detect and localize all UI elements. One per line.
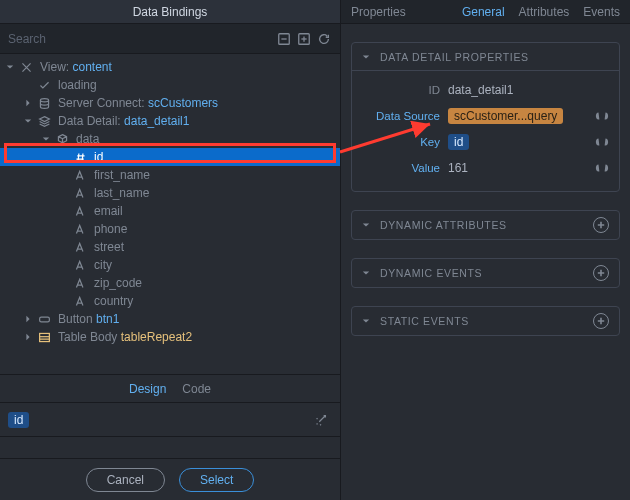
layers-icon: [36, 113, 52, 129]
refresh-icon[interactable]: [314, 29, 334, 49]
code-tab[interactable]: Code: [182, 382, 211, 396]
tree-item-button[interactable]: Button btn1: [0, 310, 340, 328]
section-header[interactable]: DYNAMIC EVENTS: [352, 259, 619, 287]
id-value[interactable]: data_detail1: [448, 83, 611, 97]
design-tab[interactable]: Design: [129, 382, 166, 396]
properties-title: Properties: [351, 5, 406, 19]
properties-panel: Properties General Attributes Events DAT…: [341, 0, 630, 500]
tree-item-field-city[interactable]: city: [0, 256, 340, 274]
section-dynamic-attributes: DYNAMIC ATTRIBUTES: [351, 210, 620, 240]
section-title: DATA DETAIL PROPERTIES: [380, 51, 529, 63]
cancel-button[interactable]: Cancel: [86, 468, 165, 492]
add-icon[interactable]: [593, 217, 609, 233]
tree-item-field-zip-code[interactable]: zip_code: [0, 274, 340, 292]
section-data-detail-properties: DATA DETAIL PROPERTIES ID data_detail1 D…: [351, 42, 620, 192]
bind-icon[interactable]: [593, 109, 611, 123]
tab-events[interactable]: Events: [583, 5, 620, 19]
value-chip[interactable]: id: [8, 412, 29, 428]
text-icon: [72, 203, 88, 219]
section-dynamic-events: DYNAMIC EVENTS: [351, 258, 620, 288]
tree-item-field-email[interactable]: email: [0, 202, 340, 220]
section-header[interactable]: STATIC EVENTS: [352, 307, 619, 335]
tree-item-data-detail[interactable]: Data Detail: data_detail1: [0, 112, 340, 130]
text-icon: [72, 185, 88, 201]
text-icon: [72, 221, 88, 237]
cube-icon: [54, 131, 70, 147]
key-value[interactable]: id: [448, 134, 585, 150]
text-icon: [72, 293, 88, 309]
tree-item-field-street[interactable]: street: [0, 238, 340, 256]
tree-item-field-country[interactable]: country: [0, 292, 340, 310]
section-header[interactable]: DATA DETAIL PROPERTIES: [352, 43, 619, 71]
tree-item-field-phone[interactable]: phone: [0, 220, 340, 238]
tree-item-field-id[interactable]: id: [0, 148, 340, 166]
tree-item-field-first-name[interactable]: first_name: [0, 166, 340, 184]
hash-icon: [72, 149, 88, 165]
data-source-value[interactable]: scCustomer...query: [448, 108, 585, 124]
section-header[interactable]: DYNAMIC ATTRIBUTES: [352, 211, 619, 239]
search-input[interactable]: [6, 31, 274, 47]
spacer: [0, 436, 340, 458]
add-icon[interactable]: [593, 313, 609, 329]
button-icon: [36, 311, 52, 327]
svg-point-5: [40, 98, 48, 101]
tree-item-loading[interactable]: loading: [0, 76, 340, 94]
search-bar: [0, 24, 340, 54]
section-title: DYNAMIC EVENTS: [380, 267, 482, 279]
svg-rect-6: [39, 317, 49, 322]
bind-icon[interactable]: [593, 135, 611, 149]
properties-tabs: General Attributes Events: [462, 5, 620, 19]
text-icon: [72, 275, 88, 291]
tree-item-view[interactable]: View: content: [0, 58, 340, 76]
section-static-events: STATIC EVENTS: [351, 306, 620, 336]
prop-value: Value 161: [360, 155, 611, 181]
prop-data-source: Data Source scCustomer...query: [360, 103, 611, 129]
data-bindings-panel: Data Bindings View: content loading Serv…: [0, 0, 341, 500]
svg-rect-7: [39, 333, 49, 341]
close-x-icon: [18, 59, 34, 75]
tree-item-table-body[interactable]: Table Body tableRepeat2: [0, 328, 340, 346]
tree-item-field-last-name[interactable]: last_name: [0, 184, 340, 202]
expand-icon[interactable]: [294, 29, 314, 49]
design-code-switch: Design Code: [0, 374, 340, 402]
database-icon: [36, 95, 52, 111]
bind-icon[interactable]: [593, 161, 611, 175]
check-icon: [36, 77, 52, 93]
table-icon: [36, 329, 52, 345]
tab-general[interactable]: General: [462, 5, 505, 19]
select-button[interactable]: Select: [179, 468, 254, 492]
section-title: DYNAMIC ATTRIBUTES: [380, 219, 507, 231]
prop-id: ID data_detail1: [360, 77, 611, 103]
tab-attributes[interactable]: Attributes: [519, 5, 570, 19]
magic-wand-icon[interactable]: [310, 409, 332, 431]
value-value[interactable]: 161: [448, 161, 585, 175]
tree-item-server-connect[interactable]: Server Connect: scCustomers: [0, 94, 340, 112]
collapse-icon[interactable]: [274, 29, 294, 49]
binding-tree: View: content loading Server Connect: sc…: [0, 54, 340, 374]
tree-item-data[interactable]: data: [0, 130, 340, 148]
add-icon[interactable]: [593, 265, 609, 281]
panel-title: Data Bindings: [0, 0, 340, 24]
section-title: STATIC EVENTS: [380, 315, 469, 327]
dialog-buttons: Cancel Select: [0, 458, 340, 500]
text-icon: [72, 167, 88, 183]
text-icon: [72, 257, 88, 273]
prop-key: Key id: [360, 129, 611, 155]
text-icon: [72, 239, 88, 255]
value-bar: id: [0, 402, 340, 436]
